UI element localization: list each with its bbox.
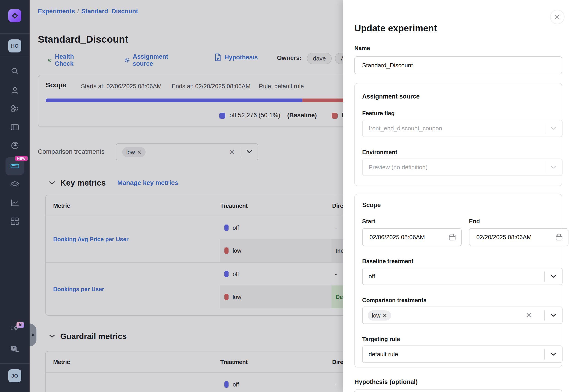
- baseline-treatment-select[interactable]: off: [362, 267, 562, 285]
- start-label: Start: [362, 218, 375, 225]
- chip-remove-icon[interactable]: [383, 313, 387, 318]
- legend-off-swatch: [219, 113, 225, 119]
- targeting-rule-select[interactable]: default rule: [362, 346, 562, 363]
- sidebar-item-audiences[interactable]: [0, 176, 29, 193]
- sidebar-item-metrics[interactable]: [0, 195, 29, 211]
- chevron-down-icon: [550, 126, 557, 130]
- line-chart-icon: [10, 198, 20, 208]
- collapse-chevron-icon[interactable]: [49, 181, 55, 185]
- expand-arrow-icon: [31, 333, 35, 337]
- legend-baseline-label: (Baseline): [287, 112, 317, 119]
- guardrail-metrics-title: Guardrail metrics: [60, 332, 127, 341]
- search-icon: [10, 67, 19, 76]
- scope-heading: Scope: [362, 202, 381, 209]
- svg-text:?: ?: [13, 346, 15, 350]
- divider: [0, 33, 29, 34]
- assignment-source-link[interactable]: Assignment source: [125, 53, 171, 67]
- comparison-treatments-label: Comparison treatments: [362, 297, 427, 304]
- scope-banner-title: Scope: [46, 81, 66, 89]
- person-icon: [10, 86, 19, 95]
- clear-selection-icon[interactable]: ✕: [526, 311, 532, 319]
- sidebar-item-dashboards[interactable]: [0, 213, 29, 230]
- treatment-chip-low[interactable]: low: [122, 147, 145, 157]
- chevron-down-icon: [550, 165, 557, 169]
- treatment-swatch-off: [224, 224, 228, 231]
- chevron-down-icon: [550, 274, 557, 278]
- owner-badge-dave[interactable]: dave: [307, 53, 332, 64]
- flag-circle-icon: [10, 141, 20, 150]
- scope-card: Scope Start End 02/06/2025 08:06AM 02/20…: [354, 194, 562, 367]
- workspace-avatar[interactable]: HO: [8, 39, 21, 53]
- sidebar-item-layers[interactable]: [0, 119, 29, 135]
- feature-flag-select[interactable]: front_end_discount_coupon: [362, 120, 562, 137]
- clear-selection-icon[interactable]: ✕: [229, 148, 235, 156]
- sidebar-item-users[interactable]: [0, 83, 29, 98]
- sidebar-item-search[interactable]: [0, 63, 29, 79]
- environment-label: Environment: [362, 149, 397, 155]
- comparison-treatments-label: Comparison treatments: [38, 148, 104, 155]
- heart-check-icon: [47, 56, 52, 64]
- name-input[interactable]: [354, 56, 562, 74]
- column-treatment: Treatment: [220, 359, 248, 365]
- statsig-logo-icon[interactable]: [8, 9, 21, 22]
- comparison-treatments-select[interactable]: low ✕: [362, 307, 562, 324]
- start-date-input[interactable]: 02/06/2025 08:06AM: [362, 228, 462, 246]
- ruler-icon: [10, 162, 20, 170]
- calendar-icon: [555, 233, 563, 241]
- sidebar-item-ai-assistant[interactable]: [0, 320, 29, 336]
- sidebar-expand-handle[interactable]: [29, 323, 36, 346]
- divider: [544, 350, 545, 360]
- end-label: End: [469, 218, 480, 225]
- collapse-chevron-icon[interactable]: [49, 334, 55, 338]
- hypothesis-textarea[interactable]: [354, 390, 562, 392]
- treatment-chip-low[interactable]: low: [368, 310, 391, 321]
- environment-select[interactable]: Preview (no definition): [362, 158, 562, 176]
- breadcrumb-experiments[interactable]: Experiments: [38, 8, 75, 15]
- treatment-swatch-off: [224, 381, 228, 388]
- scope-starts-at: Starts at: 02/06/2025 08:06AM: [81, 83, 162, 90]
- sidebar-item-releases[interactable]: [0, 138, 29, 154]
- assignment-source-card: Assignment source Feature flag front_end…: [354, 83, 562, 186]
- treatment-swatch-off: [224, 271, 228, 277]
- scope-rule: Rule: default rule: [259, 83, 304, 90]
- owners-label: Owners:: [277, 55, 302, 62]
- divider: [0, 56, 29, 56]
- column-metric: Metric: [53, 203, 70, 209]
- columns-icon: [10, 122, 20, 132]
- update-experiment-panel: Update experiment Name Assignment source…: [343, 0, 571, 392]
- chip-remove-icon[interactable]: [137, 150, 142, 154]
- split-bar-off-segment: [46, 98, 302, 102]
- user-avatar[interactable]: JO: [8, 369, 21, 382]
- bullseye-icon: [125, 56, 130, 64]
- scope-ends-at: Ends at: 02/20/2025 08:06AM: [172, 83, 251, 90]
- divider: [0, 363, 29, 364]
- feature-flag-label: Feature flag: [362, 110, 395, 117]
- chevron-down-icon: [550, 352, 557, 356]
- hypothesis-heading: Hypothesis (optional): [354, 378, 418, 386]
- chevron-down-icon[interactable]: [246, 150, 253, 154]
- treatment-swatch-low: [224, 247, 228, 254]
- dashboard-grid-icon: [10, 216, 20, 227]
- divider: [544, 271, 545, 281]
- close-panel-button[interactable]: [550, 10, 565, 24]
- hypothesis-label: Hypothesis: [224, 54, 258, 61]
- health-check-link[interactable]: Health Check: [47, 53, 77, 67]
- hypothesis-link[interactable]: Hypothesis: [214, 53, 258, 61]
- baseline-treatment-label: Baseline treatment: [362, 258, 414, 265]
- document-icon: [214, 53, 222, 61]
- sidebar-item-help[interactable]: ?: [0, 342, 29, 358]
- calendar-icon: [448, 233, 456, 241]
- comparison-treatments-select[interactable]: low ✕: [116, 143, 258, 160]
- health-check-label: Health Check: [55, 53, 77, 67]
- manage-key-metrics-link[interactable]: Manage key metrics: [117, 179, 178, 186]
- close-icon: [554, 14, 560, 20]
- sidebar-item-feature-flags[interactable]: [0, 101, 29, 117]
- breadcrumb-current[interactable]: Standard_Discount: [81, 8, 138, 15]
- divider: [545, 124, 545, 134]
- divider: [241, 147, 241, 157]
- end-date-input[interactable]: 02/20/2025 08:06AM: [469, 228, 569, 246]
- breadcrumb: Experiments/Standard_Discount: [38, 8, 138, 15]
- column-metric: Metric: [53, 359, 70, 365]
- divider: [544, 310, 545, 321]
- legend-low-swatch: [332, 113, 338, 119]
